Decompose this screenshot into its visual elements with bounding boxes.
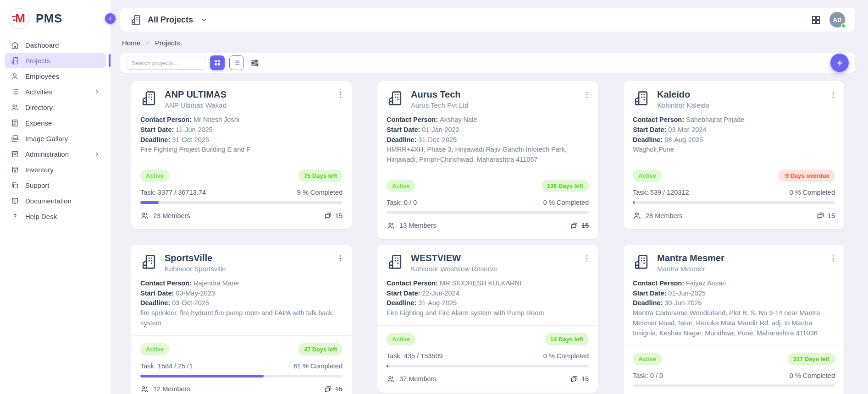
sidebar-item-documentation[interactable]: Documentation: [5, 193, 106, 208]
sidebar-item-inventory[interactable]: Inventory: [5, 162, 106, 177]
chat-icon: [570, 221, 579, 230]
sidebar-item-expense[interactable]: Expense: [5, 115, 106, 131]
add-project-button[interactable]: [830, 54, 849, 72]
project-description: Mantra Codename Wonderland, Plot B, S. N…: [633, 308, 835, 338]
project-subtitle: ANP Ultimas Wakad: [165, 101, 227, 109]
sidebar-item-image-gallary[interactable]: Image Gallary: [5, 131, 106, 146]
members-count: 37 Members: [399, 375, 437, 383]
book-icon: [11, 197, 19, 205]
contact-row: Contact Person:Akshay Nale: [387, 115, 589, 125]
contact-row: Contact Person:Rajendra Mane: [140, 279, 343, 289]
card-menu-button[interactable]: [829, 254, 838, 263]
members-group: 37 Members: [387, 375, 437, 383]
list-view-button[interactable]: [229, 55, 244, 70]
completed-percent: 0 % Completed: [543, 352, 589, 360]
progress-bar: [387, 211, 589, 214]
sidebar-item-directory[interactable]: Directory: [5, 99, 106, 115]
breadcrumb: Home Projects: [122, 39, 853, 47]
progress-bar: [140, 375, 343, 378]
contact-label: Contact Person:: [633, 116, 684, 123]
project-title: ANP ULTIMAS: [165, 89, 227, 100]
progress-bar-fill: [387, 365, 388, 367]
contact-row: Contact Person:Mr Nitesh Joshi: [140, 115, 343, 125]
project-card[interactable]: ANP ULTIMAS ANP Ultimas Wakad Contact Pe…: [131, 81, 352, 229]
deadline-label: Deadline:: [140, 136, 170, 143]
start-date-value: 01-Jun-2025: [668, 290, 705, 297]
project-card[interactable]: WESTVIEW Kohinoor Westview Reserve Conta…: [377, 245, 598, 393]
status-badge: Active: [387, 333, 415, 345]
completed-percent: 0 % Completed: [790, 372, 835, 379]
deadline-label: Deadline:: [633, 136, 663, 143]
chat-group[interactable]: 15: [324, 385, 343, 394]
card-divider: [624, 162, 844, 162]
chat-group[interactable]: 15: [816, 211, 835, 220]
sidebar-item-support[interactable]: Support: [5, 177, 106, 193]
days-left-badge: 317 Days left: [788, 353, 835, 365]
sidebar-item-label: Inventory: [25, 166, 54, 174]
deadline-row: Deadline:08-Aug-2025: [633, 135, 835, 145]
project-card[interactable]: SportsVille Kohinoor Sportsville Contact…: [131, 245, 352, 394]
deadline-row: Deadline:31-Aug-2025: [387, 298, 589, 308]
chat-group[interactable]: 15: [570, 375, 589, 383]
search-input[interactable]: [127, 56, 205, 70]
contact-label: Contact Person:: [140, 279, 192, 287]
project-card-grid: ANP ULTIMAS ANP Ultimas Wakad Contact Pe…: [131, 81, 844, 394]
task-count: Task: 1584 / 2571: [140, 362, 193, 370]
sliders-icon: [249, 58, 260, 68]
card-menu-button[interactable]: [582, 90, 592, 99]
page-title: All Projects: [148, 15, 193, 25]
chat-group[interactable]: 15: [570, 221, 589, 230]
contact-value: Akshay Nale: [440, 116, 477, 123]
status-badge: Active: [140, 170, 169, 182]
start-date-label: Start Date:: [387, 290, 420, 297]
project-scope-dropdown[interactable]: All Projects: [130, 14, 208, 26]
project-title: WESTVIEW: [411, 253, 497, 263]
sidebar: M PMS Dashboard Projects Employees Activ…: [0, 0, 111, 394]
deadline-value: 31-Aug-2025: [418, 299, 457, 306]
home-icon: [11, 41, 19, 49]
progress-bar: [140, 201, 343, 204]
grid-view-icon: [213, 59, 221, 67]
project-subtitle: Mantra Mesmer: [657, 265, 724, 273]
start-date-label: Start Date:: [633, 126, 666, 133]
card-menu-button[interactable]: [336, 254, 345, 263]
members-icon: [633, 211, 641, 220]
card-divider: [131, 162, 352, 162]
card-menu-button[interactable]: [582, 254, 592, 263]
sidebar-item-label: Expense: [25, 119, 52, 127]
sidebar-item-employees[interactable]: Employees: [5, 68, 106, 84]
apps-grid-button[interactable]: [811, 15, 821, 25]
start-date-row: Start Date:03-May-2023: [140, 289, 343, 299]
start-date-value: 01-Jan-2022: [422, 126, 459, 133]
card-menu-button[interactable]: [336, 90, 345, 99]
sidebar-item-activities[interactable]: Activities: [5, 84, 106, 99]
sidebar-item-projects[interactable]: Projects: [5, 53, 106, 68]
project-card[interactable]: Mantra Mesmer Mantra Mesmer Contact Pers…: [624, 245, 844, 394]
sidebar-item-label: Activities: [25, 88, 52, 96]
project-card[interactable]: Aurus Tech Aurus Tech Pvt Ltd Contact Pe…: [377, 81, 598, 239]
card-menu-button[interactable]: [829, 90, 838, 99]
sidebar-item-help-desk[interactable]: Help Desk: [5, 208, 106, 224]
deadline-row: Deadline:30-Jun-2026: [633, 298, 835, 308]
breadcrumb-home[interactable]: Home: [122, 39, 140, 47]
sidebar-item-dashboard[interactable]: Dashboard: [5, 37, 106, 53]
project-subtitle: Aurus Tech Pvt Ltd: [411, 101, 469, 109]
sidebar-collapse-button[interactable]: [105, 13, 116, 24]
gallery-icon: [11, 134, 19, 143]
receipt-icon: [11, 119, 19, 127]
start-date-value: 03-Mar-2024: [668, 126, 706, 133]
project-title: Kaleido: [657, 89, 709, 100]
sidebar-item-administration[interactable]: Administration: [5, 146, 106, 162]
contact-row: Contact Person:Sahebhajrat Pirjade: [633, 115, 835, 125]
task-count: Task: 539 / 120312: [633, 189, 689, 196]
status-badge: Active: [387, 180, 415, 192]
avatar[interactable]: AD: [829, 12, 845, 27]
chat-group[interactable]: 15: [324, 211, 343, 220]
filter-button[interactable]: [249, 58, 260, 68]
grid-view-button[interactable]: [210, 55, 225, 70]
chat-icon: [816, 211, 825, 220]
deadline-row: Deadline:03-Oct-2025: [140, 298, 343, 308]
project-card[interactable]: Kaleido Kohinoor Kaleido Contact Person:…: [624, 81, 844, 229]
progress-bar-fill: [633, 201, 635, 204]
contact-label: Contact Person:: [387, 116, 438, 123]
